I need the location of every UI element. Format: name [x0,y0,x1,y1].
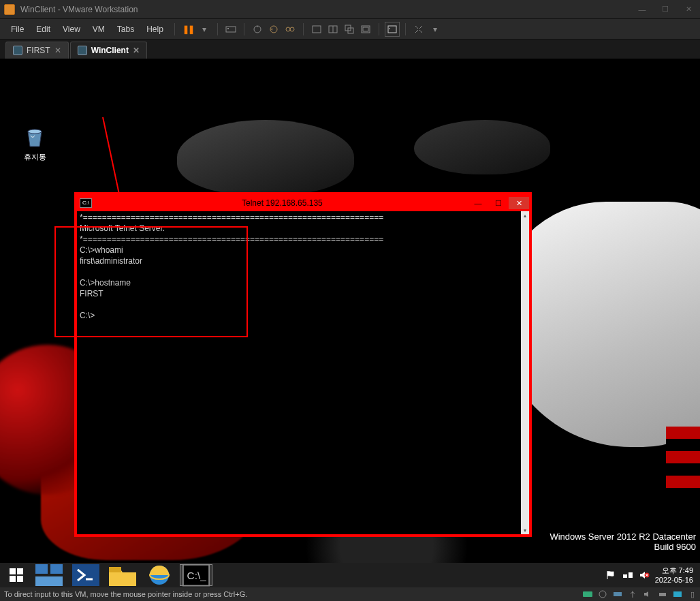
vm-icon [13,46,22,55]
view-unity-button[interactable] [342,22,357,37]
svg-text:C:\_: C:\_ [187,570,207,581]
device-hdd-icon[interactable] [582,589,594,599]
stretch-dropdown[interactable]: ▾ [428,22,443,37]
telnet-titlebar[interactable]: C:\ Telnet 192.168.65.135 — ☐ ✕ [77,195,529,211]
recycle-bin-icon [24,126,46,149]
taskbar-explorer[interactable] [106,564,139,586]
svg-rect-6 [313,26,321,33]
cmd-icon: C:\ [80,198,92,208]
menu-edit[interactable]: Edit [31,22,56,37]
windows-logo-icon [10,568,23,582]
svg-rect-16 [17,568,23,574]
view-console-button[interactable] [358,22,373,37]
scroll-down-icon[interactable]: ▾ [521,526,529,534]
menu-view[interactable]: View [57,22,86,37]
cmd-icon: C:\_ [180,562,212,587]
fullscreen-button[interactable] [385,22,400,37]
clock-date: 2022-05-16 [655,575,693,585]
svg-rect-31 [583,591,592,597]
device-display-icon[interactable] [671,589,684,599]
vmware-statusbar: To direct input to this VM, move the mou… [0,587,700,601]
vm-tab-winclient[interactable]: WinClient ✕ [70,42,147,59]
taskbar-cmd-active[interactable]: C:\_ [180,564,212,586]
file-explorer-icon [106,561,139,587]
vmware-menubar: File Edit View VM Tabs Help ❚❚ ▾ ▾ [0,19,700,40]
device-cd-icon[interactable] [596,589,609,599]
device-printer-icon[interactable] [656,589,669,599]
menu-file[interactable]: File [5,22,29,37]
view-split-button[interactable] [325,22,340,37]
svg-point-5 [290,27,294,31]
telnet-title-text: Telnet 192.168.65.135 [242,198,323,208]
telnet-scrollbar[interactable]: ▴ ▾ [521,211,529,534]
svg-rect-19 [35,564,48,574]
svg-rect-34 [659,593,666,596]
telnet-line: first\administrator [80,256,142,266]
menu-vm[interactable]: VM [87,22,110,37]
vm-tab-label: FIRST [27,46,50,55]
vmware-status-text: To direct input to this VM, move the mou… [4,590,247,598]
maximize-button[interactable]: ☐ [654,3,677,16]
vmware-message-bar-icon[interactable]: ▯ [690,590,695,599]
windows-watermark: Windows Server 2012 R2 Datacenter Build … [550,531,696,552]
device-net-icon[interactable] [611,589,624,599]
taskbar-ie[interactable] [143,564,176,586]
powershell-icon [69,561,102,587]
device-sound-icon[interactable] [641,589,654,599]
vm-tab-strip: FIRST ✕ WinClient ✕ [0,40,700,59]
recycle-bin[interactable]: 휴지통 [17,126,52,162]
svg-rect-29 [629,572,633,578]
close-button[interactable]: ✕ [677,3,700,16]
minimize-button[interactable]: — [631,3,654,16]
svg-rect-15 [10,568,16,574]
vm-tab-first[interactable]: FIRST ✕ [5,42,69,59]
send-ctrl-alt-del-button[interactable] [223,22,238,37]
start-button[interactable] [0,563,33,587]
snapshot-take-button[interactable] [250,22,265,37]
menu-tabs[interactable]: Tabs [112,22,140,37]
telnet-minimize-button[interactable]: — [468,197,488,209]
telnet-window[interactable]: C:\ Telnet 192.168.65.135 — ☐ ✕ *=======… [74,192,532,537]
svg-point-4 [286,27,290,31]
svg-rect-13 [388,26,396,33]
scroll-up-icon[interactable]: ▴ [521,211,529,219]
taskbar-server-manager[interactable] [33,564,65,586]
power-dropdown[interactable]: ▾ [197,22,212,37]
svg-rect-12 [363,27,368,31]
snapshot-manage-button[interactable] [283,22,298,37]
svg-rect-21 [35,576,63,586]
vm-tab-label: WinClient [91,46,129,55]
svg-rect-1 [227,28,229,29]
vm-viewport[interactable]: 휴지통 C:\ Telnet 192.168.65.135 — ☐ ✕ *===… [0,59,700,587]
tray-flag-icon[interactable] [606,570,617,580]
tray-volume-muted-icon[interactable] [639,570,650,580]
svg-rect-20 [50,564,63,574]
snapshot-revert-button[interactable] [266,22,281,37]
vmware-logo-icon [4,4,15,15]
guest-taskbar[interactable]: C:\_ 오후 7:49 2022-05-16 [0,563,700,587]
pause-vm-button[interactable]: ❚❚ [180,22,195,37]
close-tab-icon[interactable]: ✕ [133,46,140,55]
telnet-line: C:\>hostname [80,278,131,288]
telnet-maximize-button[interactable]: ☐ [488,197,509,209]
telnet-console[interactable]: *=======================================… [77,211,521,534]
device-usb-icon[interactable] [626,589,639,599]
view-single-button[interactable] [309,22,324,37]
telnet-close-button[interactable]: ✕ [509,197,529,209]
telnet-line: *=======================================… [80,234,383,244]
clock-time: 오후 7:49 [655,566,693,575]
menu-help[interactable]: Help [141,22,169,37]
telnet-line: C:\> [80,311,95,320]
system-tray[interactable]: 오후 7:49 2022-05-16 [606,566,700,585]
close-tab-icon[interactable]: ✕ [54,46,61,55]
vmware-title: WinClient - VMware Workstation [20,5,138,14]
taskbar-powershell[interactable] [69,564,102,586]
svg-rect-17 [10,576,16,582]
tray-network-icon[interactable] [622,570,633,580]
recycle-bin-label: 휴지통 [17,152,52,162]
internet-explorer-icon [143,561,176,587]
stretch-button[interactable] [411,22,426,37]
taskbar-clock[interactable]: 오후 7:49 2022-05-16 [655,566,693,585]
server-manager-icon [33,561,65,587]
vm-icon [78,46,87,55]
